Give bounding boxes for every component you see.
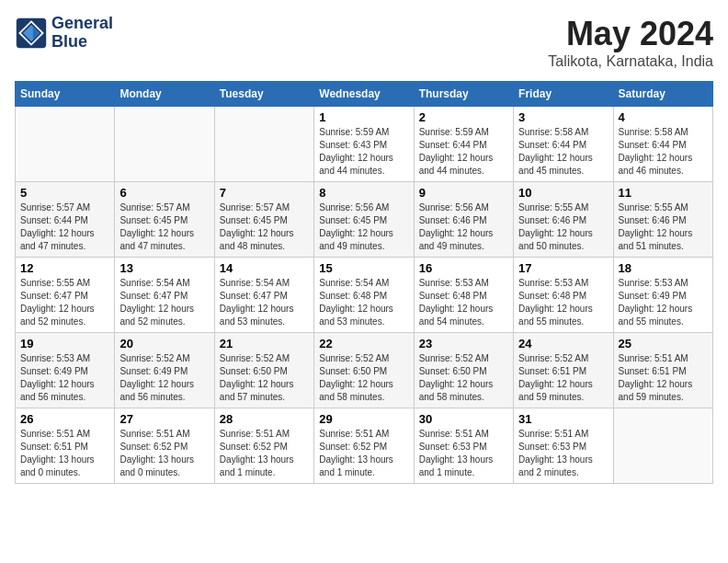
day-detail: Sunrise: 5:59 AM Sunset: 6:44 PM Dayligh… (419, 126, 508, 178)
day-number: 2 (419, 110, 508, 124)
cell-2-6: 18Sunrise: 5:53 AM Sunset: 6:49 PM Dayli… (613, 258, 712, 333)
logo-line1: General (51, 15, 113, 33)
day-detail: Sunrise: 5:59 AM Sunset: 6:43 PM Dayligh… (319, 126, 408, 178)
cell-4-0: 26Sunrise: 5:51 AM Sunset: 6:51 PM Dayli… (16, 408, 115, 484)
week-row-3: 12Sunrise: 5:55 AM Sunset: 6:47 PM Dayli… (16, 258, 713, 333)
calendar-title: May 2024 (548, 15, 713, 53)
cell-1-6: 11Sunrise: 5:55 AM Sunset: 6:46 PM Dayli… (613, 182, 712, 258)
day-number: 12 (20, 261, 109, 275)
day-detail: Sunrise: 5:54 AM Sunset: 6:48 PM Dayligh… (319, 277, 408, 328)
day-detail: Sunrise: 5:57 AM Sunset: 6:45 PM Dayligh… (220, 201, 309, 253)
day-number: 17 (518, 261, 608, 275)
cell-0-5: 3Sunrise: 5:58 AM Sunset: 6:44 PM Daylig… (514, 107, 613, 182)
day-number: 10 (518, 186, 608, 200)
day-number: 5 (20, 186, 109, 200)
cell-1-3: 8Sunrise: 5:56 AM Sunset: 6:45 PM Daylig… (314, 182, 414, 258)
day-number: 14 (220, 261, 309, 275)
day-detail: Sunrise: 5:57 AM Sunset: 6:45 PM Dayligh… (119, 201, 209, 253)
cell-2-0: 12Sunrise: 5:55 AM Sunset: 6:47 PM Dayli… (16, 258, 115, 333)
day-number: 19 (20, 337, 109, 350)
week-row-4: 19Sunrise: 5:53 AM Sunset: 6:49 PM Dayli… (16, 333, 713, 408)
day-detail: Sunrise: 5:51 AM Sunset: 6:53 PM Dayligh… (518, 428, 608, 479)
day-number: 8 (319, 186, 408, 200)
day-detail: Sunrise: 5:51 AM Sunset: 6:52 PM Dayligh… (220, 428, 309, 479)
cell-0-3: 1Sunrise: 5:59 AM Sunset: 6:43 PM Daylig… (314, 107, 414, 182)
logo-text: General Blue (51, 15, 113, 52)
week-row-5: 26Sunrise: 5:51 AM Sunset: 6:51 PM Dayli… (16, 408, 713, 484)
cell-2-5: 17Sunrise: 5:53 AM Sunset: 6:48 PM Dayli… (514, 258, 613, 333)
cell-3-4: 23Sunrise: 5:52 AM Sunset: 6:50 PM Dayli… (414, 333, 513, 408)
day-number: 27 (119, 412, 209, 426)
cell-3-2: 21Sunrise: 5:52 AM Sunset: 6:50 PM Dayli… (214, 333, 313, 408)
day-detail: Sunrise: 5:58 AM Sunset: 6:44 PM Dayligh… (518, 126, 608, 178)
day-number: 23 (419, 337, 508, 350)
cell-1-0: 5Sunrise: 5:57 AM Sunset: 6:44 PM Daylig… (16, 182, 115, 258)
cell-1-5: 10Sunrise: 5:55 AM Sunset: 6:46 PM Dayli… (514, 182, 613, 258)
cell-3-3: 22Sunrise: 5:52 AM Sunset: 6:50 PM Dayli… (314, 333, 414, 408)
cell-1-4: 9Sunrise: 5:56 AM Sunset: 6:46 PM Daylig… (414, 182, 513, 258)
header-wednesday: Wednesday (314, 82, 414, 107)
page-header: General Blue May 2024 Talikota, Karnatak… (15, 15, 713, 70)
day-number: 18 (619, 261, 708, 275)
cell-0-1 (115, 107, 214, 182)
cell-0-0 (16, 107, 115, 182)
cell-4-6 (613, 408, 712, 484)
day-detail: Sunrise: 5:53 AM Sunset: 6:49 PM Dayligh… (619, 277, 708, 328)
cell-0-4: 2Sunrise: 5:59 AM Sunset: 6:44 PM Daylig… (414, 107, 513, 182)
day-number: 21 (220, 337, 309, 350)
day-detail: Sunrise: 5:52 AM Sunset: 6:50 PM Dayligh… (220, 352, 309, 404)
cell-2-1: 13Sunrise: 5:54 AM Sunset: 6:47 PM Dayli… (115, 258, 214, 333)
day-number: 31 (518, 412, 608, 426)
cell-4-3: 29Sunrise: 5:51 AM Sunset: 6:52 PM Dayli… (314, 408, 414, 484)
cell-2-2: 14Sunrise: 5:54 AM Sunset: 6:47 PM Dayli… (214, 258, 313, 333)
day-number: 15 (319, 261, 408, 275)
header-tuesday: Tuesday (214, 82, 313, 107)
calendar-header-row: SundayMondayTuesdayWednesdayThursdayFrid… (16, 82, 713, 107)
cell-2-4: 16Sunrise: 5:53 AM Sunset: 6:48 PM Dayli… (414, 258, 513, 333)
day-detail: Sunrise: 5:55 AM Sunset: 6:46 PM Dayligh… (619, 201, 708, 253)
day-detail: Sunrise: 5:53 AM Sunset: 6:48 PM Dayligh… (419, 277, 508, 328)
logo: General Blue (15, 15, 113, 52)
cell-2-3: 15Sunrise: 5:54 AM Sunset: 6:48 PM Dayli… (314, 258, 414, 333)
day-detail: Sunrise: 5:53 AM Sunset: 6:48 PM Dayligh… (518, 277, 608, 328)
day-number: 24 (518, 337, 608, 350)
logo-line2: Blue (51, 33, 113, 52)
calendar-subtitle: Talikota, Karnataka, India (548, 53, 713, 70)
day-number: 4 (619, 110, 708, 124)
header-thursday: Thursday (414, 82, 513, 107)
day-number: 28 (220, 412, 309, 426)
day-number: 30 (419, 412, 508, 426)
week-row-1: 1Sunrise: 5:59 AM Sunset: 6:43 PM Daylig… (16, 107, 713, 182)
header-sunday: Sunday (16, 82, 115, 107)
day-detail: Sunrise: 5:51 AM Sunset: 6:52 PM Dayligh… (319, 428, 408, 479)
cell-3-0: 19Sunrise: 5:53 AM Sunset: 6:49 PM Dayli… (16, 333, 115, 408)
day-number: 29 (319, 412, 408, 426)
cell-3-6: 25Sunrise: 5:51 AM Sunset: 6:51 PM Dayli… (613, 333, 712, 408)
day-number: 9 (419, 186, 508, 200)
day-number: 1 (319, 110, 408, 124)
week-row-2: 5Sunrise: 5:57 AM Sunset: 6:44 PM Daylig… (16, 182, 713, 258)
day-detail: Sunrise: 5:57 AM Sunset: 6:44 PM Dayligh… (20, 201, 109, 253)
day-detail: Sunrise: 5:51 AM Sunset: 6:51 PM Dayligh… (20, 428, 109, 479)
cell-1-2: 7Sunrise: 5:57 AM Sunset: 6:45 PM Daylig… (214, 182, 313, 258)
cell-4-4: 30Sunrise: 5:51 AM Sunset: 6:53 PM Dayli… (414, 408, 513, 484)
day-number: 20 (119, 337, 209, 350)
day-number: 11 (619, 186, 708, 200)
cell-0-2 (214, 107, 313, 182)
day-detail: Sunrise: 5:55 AM Sunset: 6:46 PM Dayligh… (518, 201, 608, 253)
day-detail: Sunrise: 5:51 AM Sunset: 6:52 PM Dayligh… (119, 428, 209, 479)
day-detail: Sunrise: 5:52 AM Sunset: 6:50 PM Dayligh… (319, 352, 408, 404)
cell-4-2: 28Sunrise: 5:51 AM Sunset: 6:52 PM Dayli… (214, 408, 313, 484)
day-number: 22 (319, 337, 408, 350)
cell-1-1: 6Sunrise: 5:57 AM Sunset: 6:45 PM Daylig… (115, 182, 214, 258)
day-number: 7 (220, 186, 309, 200)
day-detail: Sunrise: 5:51 AM Sunset: 6:51 PM Dayligh… (619, 352, 708, 404)
day-detail: Sunrise: 5:54 AM Sunset: 6:47 PM Dayligh… (119, 277, 209, 328)
day-detail: Sunrise: 5:52 AM Sunset: 6:51 PM Dayligh… (518, 352, 608, 404)
day-detail: Sunrise: 5:56 AM Sunset: 6:45 PM Dayligh… (319, 201, 408, 253)
day-detail: Sunrise: 5:56 AM Sunset: 6:46 PM Dayligh… (419, 201, 508, 253)
day-number: 25 (619, 337, 708, 350)
day-detail: Sunrise: 5:55 AM Sunset: 6:47 PM Dayligh… (20, 277, 109, 328)
header-friday: Friday (514, 82, 613, 107)
day-detail: Sunrise: 5:51 AM Sunset: 6:53 PM Dayligh… (419, 428, 508, 479)
